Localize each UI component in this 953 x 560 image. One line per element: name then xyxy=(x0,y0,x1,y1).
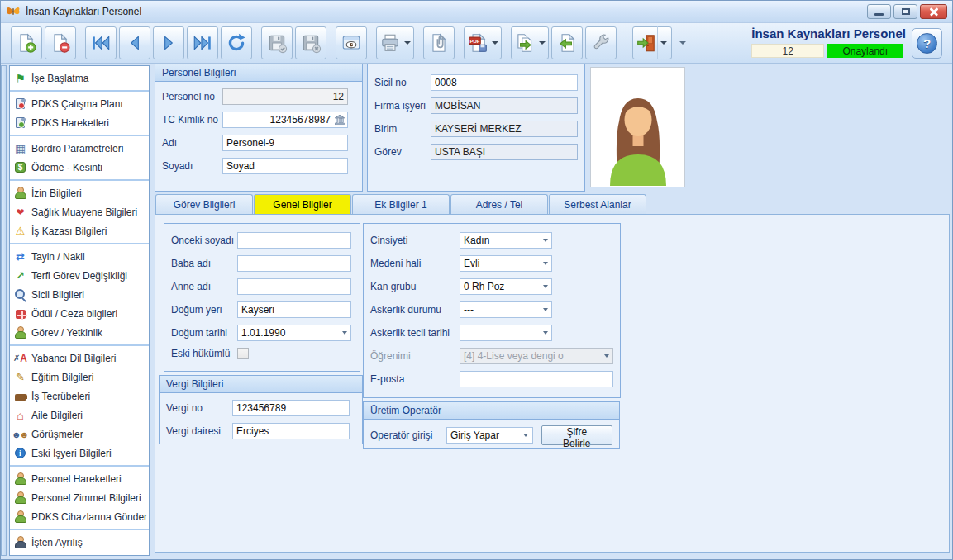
attachment-icon xyxy=(428,32,450,54)
sidebar-item-eski-isyeri-bilgileri[interactable]: Eski İşyeri Bilgileri xyxy=(10,444,149,463)
export-button[interactable] xyxy=(511,26,549,59)
tab-gorev-bilgileri[interactable]: Görev Bilgileri xyxy=(155,194,253,214)
dogum-yeri-input[interactable] xyxy=(237,301,351,318)
attachment-button[interactable] xyxy=(423,26,455,59)
genel-bilgiler-tab-panel: Önceki soyadı Baba adı Anne adı Doğum ye… xyxy=(155,214,950,553)
askerlik-durumu-select[interactable]: --- xyxy=(460,301,552,318)
sidebar-item-is-kazasi-bilgileri[interactable]: İş Kazası Bilgileri xyxy=(10,221,149,240)
anne-adi-input[interactable] xyxy=(237,278,351,295)
sidebar-item-ise-baslatma[interactable]: İşe Başlatma xyxy=(10,69,149,88)
sidebar-item-personel-zimmet-bilgileri[interactable]: Personel Zimmet Bilgileri xyxy=(10,488,149,507)
askerlik-tecil-tarihi-datepicker[interactable] xyxy=(460,325,552,341)
pdf-dropdown-icon[interactable] xyxy=(492,41,498,45)
settings-button[interactable] xyxy=(585,26,617,59)
close-button[interactable] xyxy=(920,4,947,19)
dogum-tarihi-datepicker[interactable]: 1.01.1990 xyxy=(237,325,351,341)
soyadi-label: Soyadı xyxy=(162,160,222,172)
sidebar-item-gorusmeler[interactable]: Görüşmeler xyxy=(10,425,149,444)
sidebar-item-gorev-yetkinlik[interactable]: Görev / Yetkinlik xyxy=(10,323,149,342)
maximize-icon xyxy=(902,8,910,15)
last-record-icon xyxy=(192,32,213,54)
personel-bilgileri-panel: Personel Bilgileri Personel no TC Kimlik… xyxy=(155,64,363,192)
import-button[interactable] xyxy=(551,26,583,59)
last-record-button[interactable] xyxy=(187,26,218,59)
operator-girisi-select[interactable]: Giriş Yapar xyxy=(446,427,533,444)
sidebar-item-terfi-gorev-degisikligi[interactable]: Terfi Görev Değişikliği xyxy=(10,266,149,285)
transfer-icon xyxy=(13,250,27,263)
sidebar-splitter[interactable] xyxy=(1,65,7,556)
exit-button[interactable] xyxy=(632,26,672,59)
tab-genel-bilgiler[interactable]: Genel Bilgiler xyxy=(254,194,351,214)
save-pdf-button[interactable]: PDF xyxy=(464,26,502,59)
tab-ek-bilgiler-1[interactable]: Ek Bilgiler 1 xyxy=(352,194,450,214)
exit-dropdown-icon[interactable] xyxy=(657,26,669,59)
warning-icon xyxy=(13,225,27,238)
kan-grubu-select[interactable]: 0 Rh Poz xyxy=(460,278,552,295)
sidebar-item-pdks-cihazlarina-gonder[interactable]: PDKS Cihazlarına Gönder xyxy=(10,507,149,526)
sidebar-item-bordro-parametreleri[interactable]: Bordro Parametreleri xyxy=(10,139,149,158)
health-heart-icon xyxy=(13,206,27,219)
next-record-button[interactable] xyxy=(153,26,184,59)
sidebar-item-yabanci-dil-bilgileri[interactable]: Yabancı Dil Bilgileri xyxy=(10,349,149,368)
soyadi-input[interactable] xyxy=(222,158,348,174)
info-icon xyxy=(15,448,26,458)
sidebar-item-tayin-nakil[interactable]: Tayin / Nakil xyxy=(10,247,149,266)
sidebar-item-pdks-calisma-plani[interactable]: PDKS Çalışma Planı xyxy=(10,94,149,113)
eposta-input[interactable] xyxy=(460,371,613,387)
sidebar-group: İşe Başlatma xyxy=(10,66,149,92)
help-button[interactable]: ? xyxy=(912,28,942,59)
minimize-button[interactable] xyxy=(867,4,891,19)
sidebar-item-aile-bilgileri[interactable]: Aile Bilgileri xyxy=(10,406,149,425)
wrench-icon xyxy=(590,32,612,54)
sidebar-item-saglik-muayene-bilgileri[interactable]: Sağlık Muayene Bilgileri xyxy=(10,202,149,221)
eski-hukumlu-label: Eski hükümlü xyxy=(171,348,237,359)
preview-icon xyxy=(341,32,362,54)
cinsiyeti-select[interactable]: Kadın xyxy=(460,232,552,249)
vergi-bilgileri-group: Vergi Bilgileri Vergi no Vergi dairesi xyxy=(159,375,363,444)
svg-text:PDF: PDF xyxy=(469,39,479,44)
previous-record-button[interactable] xyxy=(119,26,150,59)
exit-person-icon xyxy=(13,536,27,549)
onceki-soyadi-input[interactable] xyxy=(237,232,351,249)
askerlik-tecil-tarihi-label: Askerlik tecil tarihi xyxy=(370,327,460,339)
vergi-dairesi-input[interactable] xyxy=(232,423,350,439)
meeting-icon xyxy=(13,428,27,441)
sidebar-item-odul-ceza-bilgileri[interactable]: Ödül / Ceza bilgileri xyxy=(10,304,149,323)
baba-adi-input[interactable] xyxy=(237,255,351,272)
print-button[interactable] xyxy=(376,26,414,59)
sidebar-item-isten-ayrilis[interactable]: İşten Ayrılış xyxy=(10,533,149,552)
refresh-button[interactable] xyxy=(221,26,252,59)
adi-input[interactable] xyxy=(222,135,348,151)
person-icon xyxy=(13,491,27,505)
tab-adres-tel[interactable]: Adres / Tel xyxy=(450,194,548,214)
tab-serbest-alanlar[interactable]: Serbest Alanlar xyxy=(549,194,646,214)
sidebar-item-pdks-hareketleri[interactable]: PDKS Hareketleri xyxy=(10,113,149,132)
personnel-photo[interactable] xyxy=(590,67,685,187)
toolbar-overflow-icon[interactable] xyxy=(679,41,686,45)
sidebar-item-sicil-bilgileri[interactable]: Sicil Bilgileri xyxy=(10,285,149,304)
sidebar-item-odeme-kesinti[interactable]: Ödeme - Kesinti xyxy=(10,158,149,177)
new-record-icon xyxy=(16,32,37,54)
print-dropdown-icon[interactable] xyxy=(404,41,411,45)
tc-kimlik-input[interactable] xyxy=(222,112,348,128)
delete-record-button[interactable] xyxy=(45,26,76,59)
sifre-belirle-button[interactable]: Şifre Belirle xyxy=(541,425,612,445)
maximize-button[interactable] xyxy=(893,4,917,19)
sidebar-item-egitim-bilgileri[interactable]: Eğitim Bilgileri xyxy=(10,368,149,387)
bank-building-icon[interactable] xyxy=(334,114,345,126)
save-button xyxy=(261,26,293,59)
first-record-button[interactable] xyxy=(85,26,117,59)
preview-button[interactable] xyxy=(336,26,367,59)
close-icon xyxy=(929,7,939,17)
vergi-no-input[interactable] xyxy=(232,400,350,416)
medeni-hali-select[interactable]: Evli xyxy=(460,255,552,272)
sicil-no-input[interactable] xyxy=(431,74,578,91)
sidebar-item-personel-hareketleri[interactable]: Personel Hareketleri xyxy=(10,469,149,488)
export-dropdown-icon[interactable] xyxy=(539,41,546,45)
sidebar: İşe Başlatma PDKS Çalışma Planı PDKS Har… xyxy=(9,65,150,556)
sidebar-item-izin-bilgileri[interactable]: İzin Bilgileri xyxy=(10,183,149,202)
new-record-button[interactable] xyxy=(11,26,42,59)
askerlik-durumu-label: Askerlik durumu xyxy=(370,304,460,316)
sidebar-item-is-tecrubeleri[interactable]: İş Tecrübeleri xyxy=(10,387,149,406)
record-count: 12 xyxy=(751,44,824,58)
